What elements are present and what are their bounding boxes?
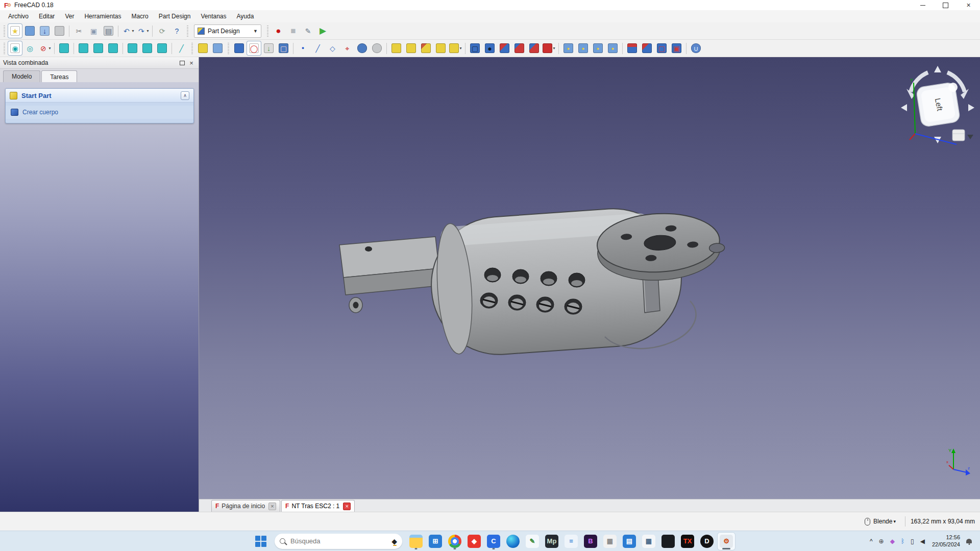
left-view-button[interactable] [155, 41, 169, 55]
boolean-operation-button[interactable]: ∪ [689, 41, 703, 55]
freecad-app-button[interactable]: ⚙ [718, 533, 735, 550]
undo-button[interactable]: ↶▾ [121, 24, 135, 38]
deviation-button[interactable]: D [698, 533, 716, 550]
clone-button[interactable] [370, 41, 384, 55]
open-file-button[interactable] [23, 24, 37, 38]
draw-style-button[interactable]: ⊘▾ [38, 41, 52, 55]
phone-link-icon[interactable]: ▯ [911, 538, 914, 544]
collapse-task-button[interactable]: ∧ [181, 91, 189, 100]
nav-up-arrow[interactable] [934, 66, 941, 72]
chart-app-button[interactable]: ▤ [621, 533, 638, 550]
additive-loft-button[interactable] [419, 41, 433, 55]
close-tab-button[interactable]: × [343, 503, 351, 510]
mediaportal-button[interactable]: Mp [543, 533, 560, 550]
microsoft-store-button[interactable]: ⊞ [427, 533, 444, 550]
table-app-button[interactable]: ▦ [640, 533, 657, 550]
tray-globe-icon[interactable]: ⊕ [879, 538, 884, 544]
groove-button[interactable] [498, 41, 511, 55]
redo-dropdown-arrow[interactable]: ▾ [146, 29, 149, 33]
fit-all-button[interactable]: ◉ [8, 41, 22, 55]
print-button[interactable] [53, 24, 66, 38]
macro-play-button[interactable]: ▶ [316, 24, 330, 38]
cut-button[interactable]: ✂ [72, 24, 86, 38]
create-body-task[interactable]: Crear cuerpo [6, 106, 193, 119]
draft-button[interactable]: ▢ [655, 41, 669, 55]
local-coordinate-system-button[interactable]: ⌖ [340, 41, 354, 55]
fillet-button[interactable] [625, 41, 639, 55]
menu-editar[interactable]: Editar [34, 11, 60, 22]
subtractive-pipe-button[interactable] [527, 41, 541, 55]
file-explorer-button[interactable] [407, 533, 425, 550]
mirrored-button[interactable]: ▪ [561, 41, 575, 55]
top-view-button[interactable] [91, 41, 105, 55]
start-button[interactable] [252, 533, 270, 550]
nav-right-arrow[interactable] [968, 104, 974, 111]
notification-bell-icon[interactable] [966, 539, 972, 543]
macro-edit-button[interactable]: ✎ [301, 24, 315, 38]
map-sketch-to-face-button[interactable]: ▢ [277, 41, 290, 55]
search-box[interactable]: ◆ [275, 534, 402, 549]
linear-pattern-button[interactable]: ▪ [576, 41, 590, 55]
multi-transform-button[interactable]: ▪ [606, 41, 620, 55]
chevron-down-icon[interactable]: ▾ [893, 519, 896, 524]
shape-binder-button[interactable] [355, 41, 369, 55]
thickness-button[interactable]: ▣ [670, 41, 683, 55]
journal-app-button[interactable]: ✎ [524, 533, 541, 550]
navigation-cube[interactable]: Y Left [899, 59, 976, 147]
menu-ver[interactable]: Ver [60, 11, 79, 22]
task-header[interactable]: Start Part ∧ [6, 89, 193, 103]
subtractive-primitive-dropdown-arrow[interactable]: ▾ [553, 46, 555, 51]
edit-sketch-button[interactable]: ↓ [262, 41, 276, 55]
tray-chevron-icon[interactable]: ^ [870, 538, 873, 544]
3d-viewport[interactable]: Y Left Y x z [199, 57, 980, 499]
copy-button[interactable]: ▣ [87, 24, 101, 38]
macro-stop-button[interactable]: ■ [286, 24, 300, 38]
search-input[interactable] [289, 537, 388, 545]
menu-macro[interactable]: Macro [126, 11, 153, 22]
redo-button[interactable]: ↷▾ [136, 24, 150, 38]
new-file-button[interactable]: ★ [8, 24, 22, 38]
refresh-button[interactable]: ⟳ [155, 24, 169, 38]
document-tab-nt-tras-esc2-1[interactable]: FNT Tras ESC2 : 1× [281, 500, 355, 512]
right-view-button[interactable] [106, 41, 120, 55]
close-tab-button[interactable]: × [268, 503, 276, 510]
measure-distance-button[interactable]: ╱ [175, 41, 188, 55]
bottom-view-button[interactable] [140, 41, 154, 55]
float-panel-button[interactable] [178, 59, 186, 66]
axonometric-view-button[interactable] [57, 41, 71, 55]
menu-herramientas[interactable]: Herramientas [79, 11, 126, 22]
edge-button[interactable] [504, 533, 522, 550]
menu-archivo[interactable]: Archivo [3, 11, 34, 22]
grid-app-button[interactable]: ▦ [601, 533, 619, 550]
workbench-selector[interactable]: Part Design ▼ [194, 24, 261, 38]
blheli-configurator-button[interactable]: B [582, 533, 599, 550]
nav-cube-body[interactable]: Left [916, 82, 963, 128]
document-tab-p-gina-de-inicio[interactable]: FPágina de inicio× [211, 500, 280, 512]
datum-point-button[interactable]: ● [296, 41, 310, 55]
mini-cube-icon[interactable] [952, 130, 965, 141]
menu-ventanas[interactable]: Ventanas [195, 11, 231, 22]
additive-primitive-dropdown-arrow[interactable]: ▾ [459, 46, 461, 51]
create-body-button[interactable] [232, 41, 246, 55]
fit-selection-button[interactable]: ◎ [23, 41, 37, 55]
paste-button[interactable]: ▤ [102, 24, 115, 38]
create-group-button[interactable] [211, 41, 225, 55]
chrome-button[interactable] [446, 533, 463, 550]
datum-line-button[interactable]: ╱ [311, 41, 325, 55]
additive-primitive-button[interactable]: ▾ [449, 41, 462, 55]
additive-pipe-button[interactable] [434, 41, 448, 55]
datum-plane-button[interactable]: ◇ [326, 41, 339, 55]
create-part-button[interactable] [196, 41, 210, 55]
tab-tareas[interactable]: Tareas [41, 70, 77, 83]
minimize-button[interactable] [911, 0, 934, 10]
taskbar-clock[interactable]: 12:56 22/05/2024 [932, 534, 960, 548]
close-button[interactable]: × [957, 0, 980, 10]
front-view-button[interactable] [77, 41, 90, 55]
hole-button[interactable]: ● [483, 41, 497, 55]
rear-view-button[interactable] [126, 41, 139, 55]
menu-ayuda[interactable]: Ayuda [232, 11, 259, 22]
navigation-style-selector[interactable]: Blende [873, 518, 892, 525]
pocket-button[interactable]: ▢ [468, 41, 482, 55]
nav-menu-arrow[interactable] [967, 135, 973, 139]
dark-app-button[interactable] [659, 533, 677, 550]
